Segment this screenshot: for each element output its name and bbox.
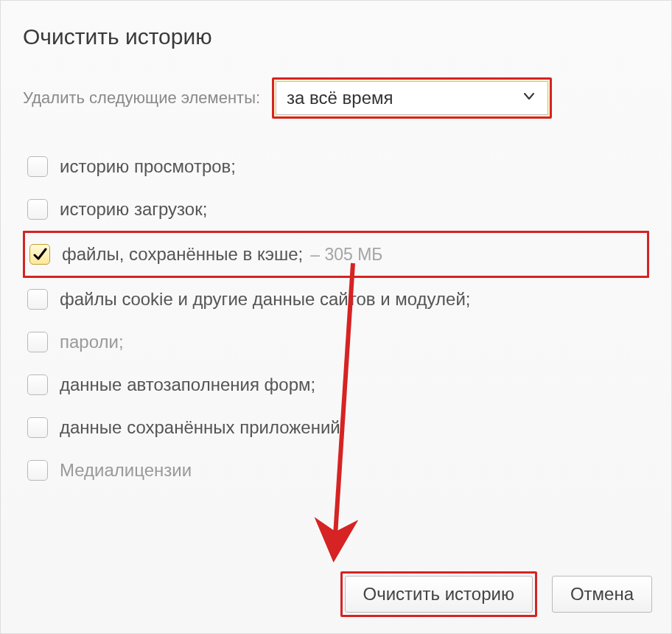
option-label: данные сохранённых приложений. — [60, 417, 345, 438]
chevron-down-icon — [524, 93, 534, 103]
option-label: данные автозаполнения форм; — [60, 375, 315, 395]
checkbox[interactable] — [27, 375, 48, 395]
annotation-highlight-clear-button: Очистить историю — [340, 571, 537, 617]
checkmark-icon — [32, 247, 47, 262]
clear-history-button[interactable]: Очистить историю — [345, 576, 533, 613]
time-range-label: Удалить следующие элементы: — [23, 88, 260, 108]
annotation-highlight-dropdown: за всё время — [272, 77, 552, 119]
time-range-dropdown[interactable]: за всё время — [276, 81, 548, 115]
option-row[interactable]: файлы cookie и другие данные сайтов и мо… — [23, 278, 649, 321]
checkbox[interactable] — [27, 332, 48, 352]
options-list: историю просмотров;историю загрузок;файл… — [23, 145, 649, 492]
option-label: историю просмотров; — [60, 156, 236, 177]
option-label: историю загрузок; — [60, 199, 207, 220]
dialog-title: Очистить историю — [23, 24, 649, 49]
time-range-selected: за всё время — [287, 88, 393, 108]
checkbox[interactable] — [29, 244, 50, 265]
option-label: Медиалицензии — [60, 460, 192, 481]
checkbox[interactable] — [27, 460, 48, 481]
option-label: файлы, сохранённые в кэше; — [62, 244, 303, 265]
clear-history-dialog: Очистить историю Удалить следующие элеме… — [0, 0, 672, 634]
checkbox[interactable] — [27, 417, 48, 438]
option-row[interactable]: Медиалицензии — [23, 449, 649, 492]
checkbox[interactable] — [27, 156, 48, 177]
option-extra: – 305 МБ — [310, 245, 382, 265]
checkbox[interactable] — [27, 289, 48, 310]
button-bar: Очистить историю Отмена — [340, 571, 652, 617]
option-row[interactable]: данные автозаполнения форм; — [23, 363, 649, 406]
cancel-button[interactable]: Отмена — [552, 576, 652, 613]
option-row[interactable]: данные сохранённых приложений. — [23, 406, 649, 449]
checkbox[interactable] — [27, 199, 48, 220]
option-row[interactable]: историю просмотров; — [23, 145, 649, 188]
option-label: пароли; — [60, 332, 124, 352]
time-range-row: Удалить следующие элементы: за всё время — [23, 77, 649, 119]
option-row[interactable]: историю загрузок; — [23, 188, 649, 231]
option-row[interactable]: файлы, сохранённые в кэше;– 305 МБ — [23, 231, 649, 278]
option-label: файлы cookie и другие данные сайтов и мо… — [60, 289, 470, 310]
option-row[interactable]: пароли; — [23, 321, 649, 363]
